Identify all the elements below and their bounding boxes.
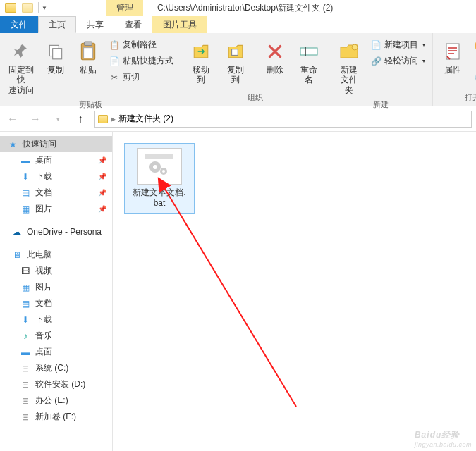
onedrive-icon: ☁ [11, 226, 23, 237]
move-to-button[interactable]: 移动到 [185, 37, 217, 88]
download-icon: ⬇ [20, 171, 31, 183]
title-bar: ▼ 管理 C:\Users\Administrator\Desktop\新建文件… [0, 0, 476, 16]
pin-icon: 📌 [98, 173, 106, 180]
delete-button[interactable]: 删除 [260, 37, 290, 78]
pin-to-quick-access-button[interactable]: 固定到快 速访问 [4, 37, 38, 98]
folder-icon[interactable] [3, 0, 18, 16]
sidebar-quick-access[interactable]: ★ 快速访问 [0, 136, 112, 152]
copy-path-button[interactable]: 📋 复制路径 [106, 37, 176, 52]
svg-line-14 [164, 187, 296, 407]
folder-icon [98, 115, 108, 123]
window-title-path: C:\Users\Administrator\Desktop\新建文件夹 (2) [157, 2, 476, 14]
properties-button[interactable]: 属性 [437, 37, 468, 78]
desktop-icon: ▬ [20, 347, 31, 358]
history-button[interactable]: 🕘 历史 [471, 70, 476, 85]
document-icon: ▤ [20, 187, 31, 199]
watermark: Baidu经验 jingyan.baidu.com [415, 426, 472, 448]
picture-icon: ▦ [20, 204, 31, 215]
content-area[interactable]: 新建文本文档. bat [113, 132, 476, 451]
sidebar-this-pc[interactable]: 🖥此电脑 [0, 247, 112, 263]
copy-button[interactable]: 复制 [41, 37, 71, 78]
quick-access-toolbar: ▼ [0, 0, 50, 16]
sidebar-desktop2[interactable]: ▬桌面 [0, 344, 112, 360]
recent-locations-button[interactable]: ▾ [49, 111, 66, 128]
sidebar-onedrive[interactable]: ☁OneDrive - Persona [0, 224, 112, 240]
group-organize: 移动到 复制到 删除 重命名 组织 [181, 33, 329, 106]
new-folder-icon [339, 43, 359, 60]
copy-to-button[interactable]: 复制到 [220, 37, 252, 88]
tab-share[interactable]: 共享 [76, 16, 114, 33]
drive-icon: ⊟ [20, 395, 31, 407]
separator [38, 2, 39, 13]
cut-button[interactable]: ✂ 剪切 [106, 70, 176, 85]
shortcut-icon: 📄 [109, 56, 120, 67]
sidebar-downloads[interactable]: ⬇下载📌 [0, 168, 112, 185]
sidebar-pictures[interactable]: ▦图片📌 [0, 201, 112, 217]
svg-rect-5 [232, 49, 238, 56]
sidebar-drive-f[interactable]: ⊟新加卷 (F:) [0, 409, 112, 425]
tab-view[interactable]: 查看 [114, 16, 152, 33]
file-name: 新建文本文档. bat [133, 187, 185, 209]
qat-item[interactable] [20, 0, 35, 16]
sidebar-documents2[interactable]: ▤文档 [0, 295, 112, 311]
contextual-tab-label: 管理 [106, 0, 143, 16]
video-icon: 🎞 [20, 266, 31, 277]
new-folder-button[interactable]: 新建 文件夹 [334, 37, 365, 98]
easy-access-button[interactable]: 🔗 轻松访问▾ [367, 54, 428, 68]
breadcrumb-item[interactable]: 新建文件夹 (2) [118, 113, 173, 125]
new-item-button[interactable]: 📄 新建项目▾ [367, 37, 428, 52]
tab-home[interactable]: 主页 [38, 16, 76, 33]
svg-point-13 [162, 170, 165, 173]
group-label: 打开 [437, 91, 476, 104]
up-button[interactable]: ↑ [72, 111, 89, 128]
drive-icon: ⊟ [20, 363, 31, 374]
svg-rect-9 [145, 154, 173, 159]
easy-access-icon: 🔗 [370, 56, 382, 67]
body: ★ 快速访问 ▬桌面📌 ⬇下载📌 ▤文档📌 ▦图片📌 ☁OneDrive - P… [0, 132, 476, 451]
picture-icon: ▦ [20, 282, 31, 293]
drive-icon: ⊟ [20, 379, 31, 390]
paste-icon [79, 41, 97, 62]
ribbon: 固定到快 速访问 复制 粘贴 📋 复制路径 📄 粘贴快捷方式 [0, 33, 476, 106]
edit-button[interactable]: ✎ 编辑 [471, 54, 476, 68]
forward-button[interactable]: → [27, 111, 44, 128]
desktop-icon: ▬ [20, 155, 31, 166]
file-thumbnail [137, 148, 182, 185]
download-icon: ⬇ [20, 314, 31, 326]
svg-rect-4 [84, 48, 93, 58]
svg-point-7 [352, 44, 358, 50]
pc-icon: 🖥 [11, 249, 23, 261]
sidebar-documents[interactable]: ▤文档📌 [0, 185, 112, 201]
sidebar-downloads2[interactable]: ⬇下载 [0, 311, 112, 328]
svg-rect-3 [85, 42, 92, 45]
star-icon: ★ [7, 139, 18, 150]
svg-rect-6 [300, 48, 317, 55]
group-open: 属性 📂 打开 ✎ 编辑 🕘 历史 打开 [433, 33, 476, 106]
rename-button[interactable]: 重命名 [293, 37, 324, 88]
tab-picture-tools[interactable]: 图片工具 [152, 16, 207, 33]
drive-icon: ⊟ [20, 412, 31, 423]
group-new: 新建 文件夹 📄 新建项目▾ 🔗 轻松访问▾ 新建 [329, 33, 433, 106]
music-icon: ♪ [20, 330, 31, 342]
address-bar[interactable]: ▶ 新建文件夹 (2) [94, 111, 472, 128]
open-button[interactable]: 📂 打开 [471, 37, 476, 52]
sidebar-desktop[interactable]: ▬桌面📌 [0, 152, 112, 168]
file-item-bat[interactable]: 新建文本文档. bat [124, 143, 195, 214]
back-button[interactable]: ← [4, 111, 21, 128]
chevron-right-icon[interactable]: ▶ [111, 116, 116, 123]
delete-icon [266, 42, 284, 61]
sidebar-drive-d[interactable]: ⊟软件安装 (D:) [0, 376, 112, 393]
new-item-icon: 📄 [370, 39, 382, 51]
navigation-pane: ★ 快速访问 ▬桌面📌 ⬇下载📌 ▤文档📌 ▦图片📌 ☁OneDrive - P… [0, 132, 113, 451]
sidebar-drive-e[interactable]: ⊟办公 (E:) [0, 393, 112, 409]
paste-button[interactable]: 粘贴 [73, 37, 103, 78]
group-clipboard: 固定到快 速访问 复制 粘贴 📋 复制路径 📄 粘贴快捷方式 [0, 33, 181, 106]
copy-icon [47, 42, 65, 61]
sidebar-videos[interactable]: 🎞视频 [0, 263, 112, 279]
paste-shortcut-button[interactable]: 📄 粘贴快捷方式 [106, 54, 176, 68]
tab-file[interactable]: 文件 [0, 16, 38, 33]
sidebar-music[interactable]: ♪音乐 [0, 328, 112, 344]
chevron-down-icon[interactable]: ▼ [42, 5, 47, 11]
sidebar-pictures2[interactable]: ▦图片 [0, 279, 112, 295]
sidebar-drive-c[interactable]: ⊟系统 (C:) [0, 360, 112, 376]
